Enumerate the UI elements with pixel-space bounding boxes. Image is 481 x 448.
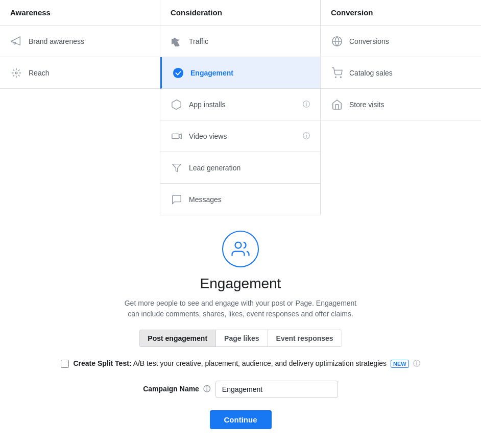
tab-page-likes[interactable]: Page likes bbox=[216, 330, 268, 346]
sidebar-item-lead-generation[interactable]: Lead generation bbox=[160, 152, 320, 184]
engagement-icon-circle bbox=[222, 231, 259, 267]
campaign-name-label: Campaign Name ⓘ bbox=[143, 385, 210, 394]
page-wrapper: Awareness Consideration Conversion Brand… bbox=[0, 0, 481, 448]
conversion-column: Conversions Catalog sales bbox=[321, 26, 481, 215]
split-test-checkbox[interactable] bbox=[61, 360, 69, 368]
store-visits-icon bbox=[331, 98, 343, 111]
conversion-header: Conversion bbox=[321, 0, 481, 26]
sidebar-item-catalog-sales[interactable]: Catalog sales bbox=[321, 57, 481, 89]
lead-generation-label: Lead generation bbox=[189, 164, 240, 172]
messages-label: Messages bbox=[189, 195, 222, 204]
svg-marker-3 bbox=[173, 164, 181, 171]
video-views-info-icon[interactable]: ⓘ bbox=[303, 132, 310, 141]
app-installs-info-icon[interactable]: ⓘ bbox=[303, 100, 310, 109]
store-visits-label: Store visits bbox=[349, 101, 384, 109]
traffic-label: Traffic bbox=[189, 37, 208, 45]
engagement-tab-group: Post engagement Page likes Event respons… bbox=[139, 330, 342, 347]
svg-point-7 bbox=[340, 77, 341, 78]
sidebar-item-traffic[interactable]: Traffic bbox=[160, 26, 320, 57]
svg-point-8 bbox=[235, 242, 242, 248]
conversion-header-text: Conversion bbox=[331, 8, 373, 17]
svg-point-6 bbox=[335, 77, 336, 78]
conversions-label: Conversions bbox=[349, 37, 389, 45]
reach-label: Reach bbox=[29, 69, 49, 77]
svg-point-0 bbox=[15, 72, 17, 74]
messages-icon bbox=[171, 193, 183, 206]
megaphone-icon bbox=[10, 35, 22, 47]
reach-icon bbox=[10, 67, 22, 79]
sidebar-item-video-views[interactable]: Video views ⓘ bbox=[160, 120, 320, 152]
split-test-row: Create Split Test: A/B test your creativ… bbox=[61, 359, 420, 368]
sidebar-item-engagement[interactable]: Engagement bbox=[160, 57, 320, 89]
campaign-name-info-icon[interactable]: ⓘ bbox=[203, 385, 210, 393]
traffic-icon bbox=[171, 35, 183, 47]
conversions-icon bbox=[331, 35, 343, 47]
new-badge: NEW bbox=[391, 360, 409, 368]
engagement-label: Engagement bbox=[190, 69, 233, 77]
sidebar-item-app-installs[interactable]: App installs ⓘ bbox=[160, 89, 320, 120]
campaign-name-input[interactable] bbox=[215, 381, 338, 398]
sidebar-item-store-visits[interactable]: Store visits bbox=[321, 89, 481, 120]
objective-items-grid: Brand awareness Reach bbox=[0, 26, 481, 215]
tab-event-responses[interactable]: Event responses bbox=[268, 330, 342, 346]
brand-awareness-label: Brand awareness bbox=[29, 37, 84, 45]
sidebar-item-brand-awareness[interactable]: Brand awareness bbox=[0, 26, 160, 57]
consideration-column: Traffic Engagement App installs bbox=[160, 26, 321, 215]
bottom-section: Engagement Get more people to see and en… bbox=[0, 215, 481, 448]
engagement-description: Get more people to see and engage with y… bbox=[118, 298, 363, 319]
split-test-rest-label: A/B test your creative, placement, audie… bbox=[132, 359, 387, 367]
split-test-info-icon[interactable]: ⓘ bbox=[413, 359, 420, 367]
consideration-header-text: Consideration bbox=[171, 8, 222, 17]
awareness-header: Awareness bbox=[0, 0, 160, 26]
campaign-name-label-text: Campaign Name bbox=[143, 385, 199, 393]
video-views-icon bbox=[171, 130, 183, 142]
svg-rect-2 bbox=[172, 134, 179, 138]
objective-headers: Awareness Consideration Conversion bbox=[0, 0, 481, 26]
sidebar-item-conversions[interactable]: Conversions bbox=[321, 26, 481, 57]
catalog-sales-label: Catalog sales bbox=[349, 69, 393, 77]
lead-generation-icon bbox=[171, 162, 183, 174]
engagement-title: Engagement bbox=[200, 276, 281, 292]
awareness-column: Brand awareness Reach bbox=[0, 26, 160, 215]
catalog-sales-icon bbox=[331, 67, 343, 79]
video-views-label: Video views bbox=[189, 132, 227, 140]
split-test-text: Create Split Test: A/B test your creativ… bbox=[73, 359, 420, 368]
sidebar-item-reach[interactable]: Reach bbox=[0, 57, 160, 89]
app-installs-label: App installs bbox=[189, 101, 226, 109]
engagement-check-icon bbox=[172, 67, 184, 79]
consideration-header: Consideration bbox=[160, 0, 321, 26]
split-test-bold-label: Create Split Test: bbox=[73, 359, 131, 367]
svg-point-1 bbox=[173, 67, 183, 78]
app-installs-icon bbox=[171, 98, 183, 111]
sidebar-item-messages[interactable]: Messages bbox=[160, 184, 320, 215]
awareness-header-text: Awareness bbox=[10, 8, 51, 17]
tab-post-engagement[interactable]: Post engagement bbox=[139, 330, 216, 346]
continue-button[interactable]: Continue bbox=[210, 410, 272, 429]
campaign-name-row: Campaign Name ⓘ bbox=[143, 381, 338, 398]
